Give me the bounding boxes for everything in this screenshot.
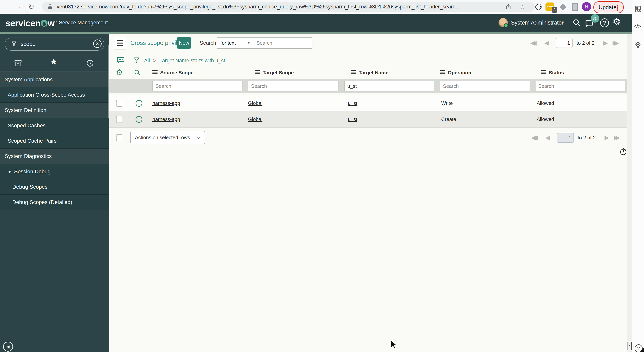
address-bar[interactable]: ven03172.service-now.com/nav_to.do?uri=%… xyxy=(42,2,535,12)
new-record-button[interactable]: New xyxy=(177,37,191,49)
update-button[interactable]: Update xyxy=(594,1,624,13)
sidebar-item-scoped-caches[interactable]: Scoped Caches xyxy=(0,118,109,133)
column-menu-icon[interactable] xyxy=(351,70,356,75)
expanded-caret-icon[interactable]: ▼ xyxy=(8,170,12,174)
page-number-input[interactable] xyxy=(557,133,574,143)
next-page-button[interactable]: ▶ xyxy=(604,133,609,143)
share-icon[interactable] xyxy=(505,4,512,10)
user-caret-icon[interactable]: ▼ xyxy=(561,14,564,32)
prev-page-button[interactable]: ◀ xyxy=(544,38,549,48)
list-personalize-gear-icon[interactable]: ⚙ xyxy=(116,68,123,77)
breadcrumb: All > Target Name starts with u_st xyxy=(144,56,225,65)
user-avatar[interactable] xyxy=(498,18,508,27)
clear-search-icon[interactable]: × xyxy=(93,40,102,48)
back-icon[interactable]: ← xyxy=(4,0,13,14)
sidebar-section-system-definition[interactable]: System Definition xyxy=(0,102,109,118)
user-menu[interactable]: System Administrator xyxy=(511,14,564,32)
row-info-icon[interactable] xyxy=(135,116,142,123)
scrollbar-end-handle[interactable] xyxy=(628,342,632,350)
settings-gear-icon[interactable]: ⚙ xyxy=(612,16,621,27)
list-chat-icon[interactable] xyxy=(116,56,125,64)
sidebar-item-session-debug[interactable]: ▼Session Debug xyxy=(0,164,109,179)
prev-page-button[interactable]: ◀ xyxy=(546,133,550,143)
table-row[interactable]: harness-app Global u_st Write Allowed xyxy=(109,95,627,112)
search-type-select[interactable]: for text ▼ xyxy=(217,38,254,48)
column-search-toggle-icon[interactable] xyxy=(134,69,141,76)
breadcrumb-condition-link[interactable]: Target Name starts with u_st xyxy=(160,58,225,64)
last-page-button[interactable]: ▶▶ xyxy=(612,38,619,48)
sidebar-section-system-diagnostics[interactable]: System Diagnostics xyxy=(0,148,109,164)
extension-spinner-icon[interactable] xyxy=(534,3,542,11)
column-header-status[interactable]: Status xyxy=(541,66,564,79)
forward-icon[interactable]: → xyxy=(14,0,24,14)
row-checkbox[interactable] xyxy=(116,100,122,107)
filter-target-scope-input[interactable] xyxy=(248,81,338,92)
all-applications-tab-icon[interactable] xyxy=(14,59,22,68)
cell-target-name-link[interactable]: u_st xyxy=(348,100,357,106)
cell-target-scope-link[interactable]: Global xyxy=(248,100,262,106)
column-header-target-name[interactable]: Target Name xyxy=(351,66,388,79)
column-header-source-scope[interactable]: Source Scope xyxy=(152,66,194,79)
breadcrumb-all-link[interactable]: All xyxy=(144,58,150,64)
list-search-input[interactable] xyxy=(254,38,311,48)
filter-operation-input[interactable] xyxy=(440,81,530,92)
column-menu-icon[interactable] xyxy=(541,70,546,75)
filter-source-scope-input[interactable] xyxy=(152,81,243,92)
side-panel-icon[interactable] xyxy=(572,3,578,11)
row-checkbox[interactable] xyxy=(116,116,122,123)
sidebar-item-application-cross-scope-access[interactable]: Application Cross-Scope Access xyxy=(0,87,109,102)
sidebar-item-debug-scopes[interactable]: Debug Scopes xyxy=(0,179,109,194)
column-menu-icon[interactable] xyxy=(255,70,260,75)
sidebar-item-debug-scopes-detailed[interactable]: Debug Scopes (Detailed) xyxy=(0,194,109,210)
navigator-search-input[interactable] xyxy=(20,39,90,49)
reload-icon[interactable]: ↻ xyxy=(26,0,36,14)
cell-source-scope-link[interactable]: harness-app xyxy=(152,100,180,106)
next-page-button[interactable]: ▶ xyxy=(603,38,608,48)
reading-mode-icon[interactable] xyxy=(634,5,642,13)
last-page-button[interactable]: ▶▶ xyxy=(614,133,620,143)
column-menu-icon[interactable] xyxy=(152,70,158,75)
code-panel-icon[interactable]: </> xyxy=(634,23,640,30)
first-page-button[interactable]: ◀◀ xyxy=(531,133,538,143)
history-tab-icon[interactable] xyxy=(86,59,94,68)
cell-operation: Write xyxy=(441,100,453,106)
row-range-label: to 2 of 2 xyxy=(576,38,594,48)
page-number-input[interactable] xyxy=(556,38,573,48)
servicenow-logo[interactable]: servicenw™ xyxy=(5,18,57,28)
actions-select[interactable]: Actions on selected rows... xyxy=(130,131,205,144)
sidebar-item-scoped-cache-pairs[interactable]: Scoped Cache Pairs xyxy=(0,133,109,148)
column-header-operation[interactable]: Operation xyxy=(440,66,471,79)
cell-source-scope-link[interactable]: harness-app xyxy=(152,116,180,122)
application-navigator: × ★ System Applications Application Cros… xyxy=(0,34,109,352)
navigator-search[interactable]: × xyxy=(4,38,104,50)
bookmark-star-icon[interactable]: ☆ xyxy=(520,2,526,12)
lightbulb-icon[interactable] xyxy=(634,41,642,50)
column-menu-icon[interactable] xyxy=(440,70,445,75)
help-icon[interactable]: ? xyxy=(600,18,609,27)
list-context-menu-button[interactable] xyxy=(113,37,127,50)
row-info-icon[interactable] xyxy=(135,100,142,107)
first-page-button[interactable]: ◀◀ xyxy=(530,38,537,48)
page-scrollbar[interactable] xyxy=(627,34,632,352)
extensions-puzzle-icon[interactable] xyxy=(559,3,567,11)
sidebar-section-system-applications[interactable]: System Applications xyxy=(0,72,109,87)
collapse-sidebar-button[interactable]: ◀ xyxy=(3,342,13,352)
notification-badge: 75 xyxy=(591,14,599,22)
table-row[interactable]: harness-app Global u_st Create Allowed xyxy=(109,111,627,128)
response-time-icon[interactable] xyxy=(619,147,628,156)
browser-menu-icon[interactable] xyxy=(616,4,618,12)
global-search-icon[interactable] xyxy=(572,18,581,27)
filter-funnel-icon xyxy=(11,41,17,47)
row-range-label: to 2 of 2 xyxy=(578,133,596,143)
filter-status-input[interactable] xyxy=(535,81,625,92)
filter-target-name-input[interactable] xyxy=(344,81,434,92)
column-header-target-scope[interactable]: Target Scope xyxy=(255,66,294,79)
breadcrumb-filter-icon[interactable] xyxy=(133,56,140,64)
favorites-tab-icon[interactable]: ★ xyxy=(50,56,58,67)
cell-target-scope-link[interactable]: Global xyxy=(248,116,262,122)
select-all-checkbox[interactable] xyxy=(116,134,122,141)
cell-target-name-link[interactable]: u_st xyxy=(348,116,357,122)
sidebar-scrollbar[interactable] xyxy=(108,45,109,118)
browser-profile-avatar[interactable]: N xyxy=(582,2,591,11)
lock-icon xyxy=(47,4,53,10)
